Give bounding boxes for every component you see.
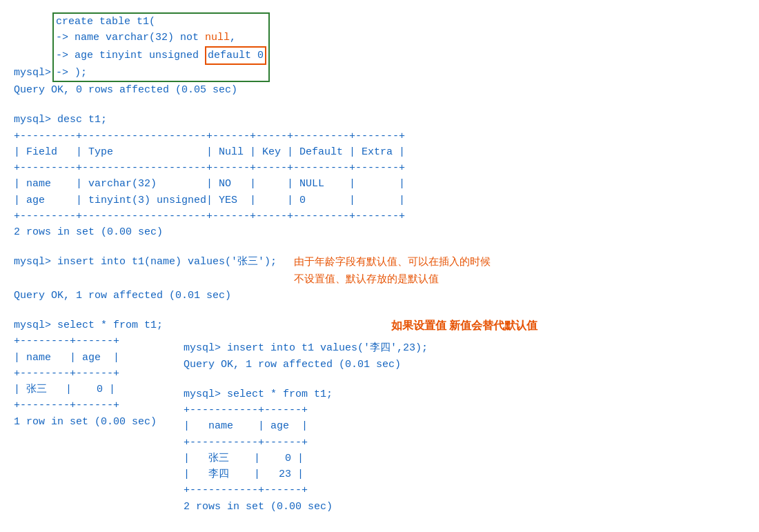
- select1-cmd: mysql> select * from t1;: [14, 317, 163, 333]
- select1-table: +--------+------+ | name | age | +------…: [14, 333, 163, 413]
- select1-result: 1 row in set (0.00 sec): [14, 414, 163, 430]
- create-table-box: create table t1( -> name varchar(32) not…: [52, 12, 270, 82]
- insert1-block: mysql> insert into t1(name) values('张三')…: [14, 254, 745, 304]
- bottom-section: mysql> select * from t1; +--------+-----…: [14, 317, 745, 522]
- select2-block: mysql> select * from t1; +-----------+--…: [184, 386, 745, 515]
- insert1-left: mysql> insert into t1(name) values('张三')…: [14, 254, 277, 270]
- select2-table: +-----------+------+ | name | age | +---…: [184, 402, 745, 499]
- desc-table: +---------+--------------------+------+-…: [14, 128, 745, 225]
- select1-block: mysql> select * from t1; +--------+-----…: [14, 317, 163, 430]
- insert1-comment: 由于年龄字段有默认值、可以在插入的时候 不设置值、默认存放的是默认值: [294, 254, 491, 288]
- create-table-code: mysql> create table t1( -> name varchar(…: [14, 12, 745, 82]
- right-section: 如果设置值 新值会替代默认值 mysql> insert into t1 val…: [184, 317, 745, 522]
- select2-result: 2 rows in set (0.00 sec): [184, 499, 745, 515]
- insert1-result: Query OK, 1 row affected (0.01 sec): [14, 288, 745, 304]
- insert1-row: mysql> insert into t1(name) values('张三')…: [14, 254, 745, 288]
- comment-highlight-block: 如果设置值 新值会替代默认值: [184, 317, 745, 335]
- create-table-result: Query OK, 0 rows affected (0.05 sec): [14, 82, 745, 98]
- select2-cmd: mysql> select * from t1;: [184, 386, 745, 402]
- default-keyword-box: default 0: [205, 46, 266, 65]
- desc-result: 2 rows in set (0.00 sec): [14, 224, 745, 240]
- desc-cmd: mysql> desc t1;: [14, 112, 745, 128]
- insert2-result: Query OK, 1 row affected (0.01 sec): [184, 357, 745, 373]
- prompt-1: mysql>: [14, 67, 51, 79]
- create-table-block: mysql> create table t1( -> name varchar(…: [14, 12, 745, 98]
- insert2-block: mysql> insert into t1 values('李四',23); Q…: [184, 340, 745, 373]
- insert2-cmd: mysql> insert into t1 values('李四',23);: [184, 340, 745, 356]
- terminal-window: mysql> create table t1( -> name varchar(…: [14, 12, 745, 522]
- desc-block: mysql> desc t1; +---------+-------------…: [14, 112, 745, 240]
